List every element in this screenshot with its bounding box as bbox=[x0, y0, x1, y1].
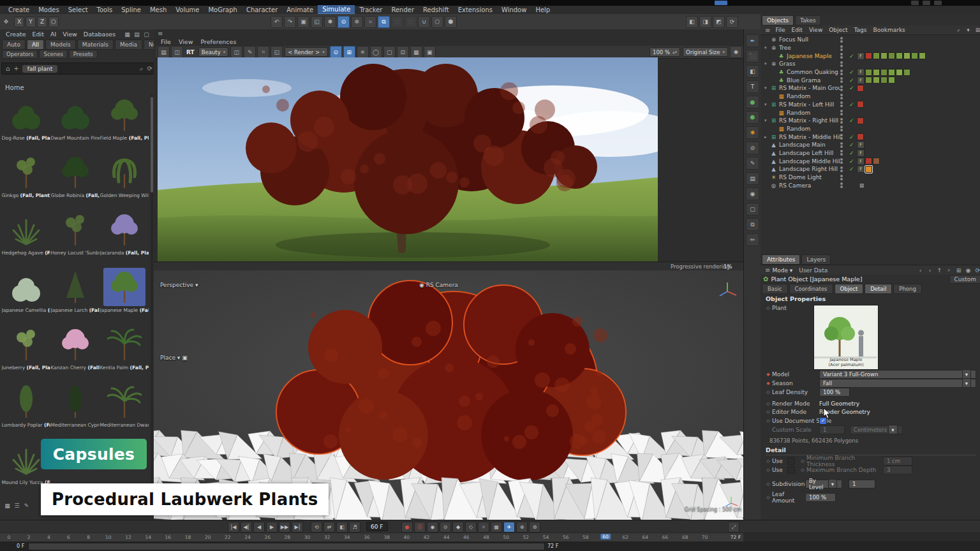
attr-group-coordinates[interactable]: Coordinates bbox=[789, 284, 833, 294]
enabled-check-icon[interactable]: ✓ bbox=[849, 158, 857, 165]
visibility-dots[interactable] bbox=[840, 150, 849, 156]
texture-tag-chip[interactable] bbox=[857, 117, 864, 124]
texture-tag-chip[interactable] bbox=[888, 69, 895, 76]
extrude-tool-icon[interactable]: ◧ bbox=[746, 65, 759, 78]
simulation-toggle-icon[interactable]: ⊙ bbox=[338, 16, 350, 28]
leaf-amount-field[interactable]: 100 % bbox=[805, 493, 836, 502]
image-size-dropdown[interactable]: Original Size▾ bbox=[683, 47, 728, 57]
object-name[interactable]: RS Matrix - Right Hill bbox=[779, 117, 840, 124]
object-name[interactable]: Common Quaking Grass bbox=[787, 69, 840, 75]
tree-row[interactable]: ▲Landscape Left Hill✓F bbox=[761, 149, 980, 158]
plane-tool-icon[interactable]: ▢ bbox=[746, 203, 759, 216]
tree-row[interactable]: ▸⊞RS Matrix - Middle Hill✓ bbox=[761, 133, 980, 141]
menu-simulate[interactable]: Simulate bbox=[318, 5, 355, 15]
grid-icon[interactable]: ⊞ bbox=[954, 265, 963, 275]
bookmark-icon[interactable]: ⊞ bbox=[973, 26, 980, 35]
axis-lock-z[interactable]: Z bbox=[37, 17, 47, 27]
custom-scale-field[interactable]: 1 bbox=[819, 425, 845, 434]
expander-open-icon[interactable]: ▾ bbox=[764, 102, 770, 107]
ruler-tick[interactable]: 60 bbox=[600, 534, 611, 540]
refresh-icon[interactable]: ⟳ bbox=[145, 65, 154, 72]
plant-item[interactable]: Hedgehog Agave (Fall... bbox=[1, 209, 50, 267]
menu-create[interactable]: Create bbox=[4, 6, 34, 14]
save-image-icon[interactable]: ▤ bbox=[158, 46, 170, 58]
texture-tag-chip[interactable] bbox=[873, 77, 880, 84]
project-settings-icon[interactable]: ▦ bbox=[491, 522, 502, 533]
plant-item[interactable]: Juneberry (Fall, Plant) bbox=[1, 324, 50, 381]
filter-icon[interactable]: ▾ bbox=[963, 26, 973, 35]
ab-menu-edit[interactable]: Edit bbox=[29, 30, 47, 38]
back-arrow-icon[interactable]: ‹ bbox=[916, 265, 925, 275]
object-name[interactable]: Random bbox=[787, 93, 840, 99]
titlebar-icon[interactable] bbox=[911, 1, 919, 5]
rv-menu-preferences[interactable]: Preferences bbox=[197, 38, 240, 46]
texture-tag-chip[interactable] bbox=[880, 77, 887, 84]
active-layout-chip[interactable] bbox=[715, 1, 727, 5]
texture-tag-chip[interactable] bbox=[911, 52, 918, 59]
plant-item[interactable]: Lombardy Poplar (Fall... bbox=[1, 381, 50, 439]
plant-item[interactable]: Ginkgo (Fall, Plant) bbox=[1, 152, 50, 209]
ruler-tick[interactable]: 38 bbox=[383, 534, 390, 540]
axis-lock-x[interactable]: X bbox=[14, 17, 24, 27]
plant-item[interactable]: Japanese Larch (Fall, Pl... bbox=[50, 267, 100, 324]
plant-item[interactable]: Japanese Camellia (Fal... bbox=[1, 267, 50, 324]
ruler-tick[interactable]: 14 bbox=[145, 534, 151, 540]
ab-menu-view[interactable]: View bbox=[59, 30, 80, 38]
tree-row[interactable]: ▲Landscape Right Hill✓F bbox=[761, 165, 980, 173]
up-arrow-icon[interactable]: ↑ bbox=[935, 265, 944, 275]
ruler-tick[interactable]: 30 bbox=[304, 534, 311, 540]
visibility-dots[interactable] bbox=[840, 166, 849, 172]
texture-tag-chip[interactable] bbox=[865, 52, 872, 59]
ab-tab-all[interactable]: All bbox=[27, 40, 44, 50]
goto-start-button[interactable]: |◀ bbox=[228, 522, 239, 533]
tree-row[interactable]: ▦Random bbox=[761, 92, 980, 101]
rv-menu-view[interactable]: View bbox=[175, 38, 197, 46]
plant-item[interactable]: Mediterranean Dwarf ... bbox=[100, 381, 149, 439]
visibility-dots[interactable] bbox=[840, 37, 849, 43]
footer-list-icon[interactable]: ☰ bbox=[12, 501, 22, 511]
om-menu-bookmarks[interactable]: Bookmarks bbox=[870, 26, 909, 34]
object-name[interactable]: Focus Null bbox=[779, 36, 840, 43]
object-name[interactable]: RS Dome Light bbox=[779, 174, 840, 180]
keyframe-dot[interactable]: ◇ bbox=[764, 409, 772, 415]
keyframe-dot[interactable]: ◇ bbox=[799, 467, 806, 473]
ruler-tick[interactable]: 18 bbox=[185, 534, 191, 540]
cube-tool-icon[interactable]: ⬛ bbox=[746, 50, 759, 62]
sync-icon[interactable]: ⟳ bbox=[726, 16, 738, 28]
visibility-dots[interactable] bbox=[840, 61, 849, 67]
ruler-tick[interactable]: 64 bbox=[642, 534, 649, 540]
attr-tab-attributes[interactable]: Attributes bbox=[762, 254, 800, 265]
leaf-density-field[interactable]: 100 % bbox=[819, 388, 850, 397]
max-branch-use-checkbox[interactable] bbox=[787, 466, 795, 474]
grid-overlay-icon[interactable]: ⊞ bbox=[343, 46, 355, 58]
circle-mask-icon[interactable]: ◯ bbox=[370, 46, 382, 58]
menu-help[interactable]: Help bbox=[531, 6, 554, 14]
min-branch-field[interactable]: 1 cm bbox=[883, 457, 912, 466]
home-icon[interactable]: ⌂ bbox=[4, 65, 11, 72]
layout-bottom-icon[interactable]: ◨ bbox=[699, 16, 711, 28]
undo-icon[interactable]: ↶ bbox=[271, 16, 283, 28]
enabled-check-icon[interactable]: ✓ bbox=[849, 117, 857, 124]
menu-character[interactable]: Character bbox=[242, 6, 282, 14]
snap-toggle-icon[interactable]: ⧉ bbox=[378, 16, 390, 28]
ruler-tick[interactable]: 16 bbox=[165, 534, 172, 540]
enabled-check-icon[interactable]: ✓ bbox=[849, 166, 857, 172]
visibility-dots[interactable] bbox=[840, 118, 849, 124]
spline-pen-tool-icon[interactable]: ✒ bbox=[746, 34, 759, 47]
keybar-icon[interactable]: ◧ bbox=[336, 522, 348, 533]
ab-subtab-operators[interactable]: Operators bbox=[2, 50, 38, 59]
tree-row[interactable]: ▦Random bbox=[761, 125, 980, 133]
texture-tag-chip[interactable] bbox=[888, 52, 895, 59]
ruler-tick[interactable]: 42 bbox=[424, 534, 430, 540]
texture-tag-chip[interactable] bbox=[888, 77, 895, 84]
volume-tool-icon[interactable]: ⊘ bbox=[746, 142, 759, 154]
key-position-icon[interactable]: ◉ bbox=[427, 522, 438, 533]
menu-volume[interactable]: Volume bbox=[171, 6, 204, 14]
ab-tab-models[interactable]: Models bbox=[45, 40, 76, 50]
plant-item[interactable]: Jacaranda (Fall, Plant) bbox=[100, 209, 149, 267]
grid-toggle-icon[interactable]: ⌗ bbox=[364, 16, 376, 28]
ruler-tick[interactable]: 6 bbox=[67, 534, 70, 540]
search-term-pill[interactable]: fall plant bbox=[22, 65, 58, 73]
attr-group-phong[interactable]: Phong bbox=[893, 284, 922, 294]
object-name[interactable]: RS Camera bbox=[779, 182, 840, 189]
